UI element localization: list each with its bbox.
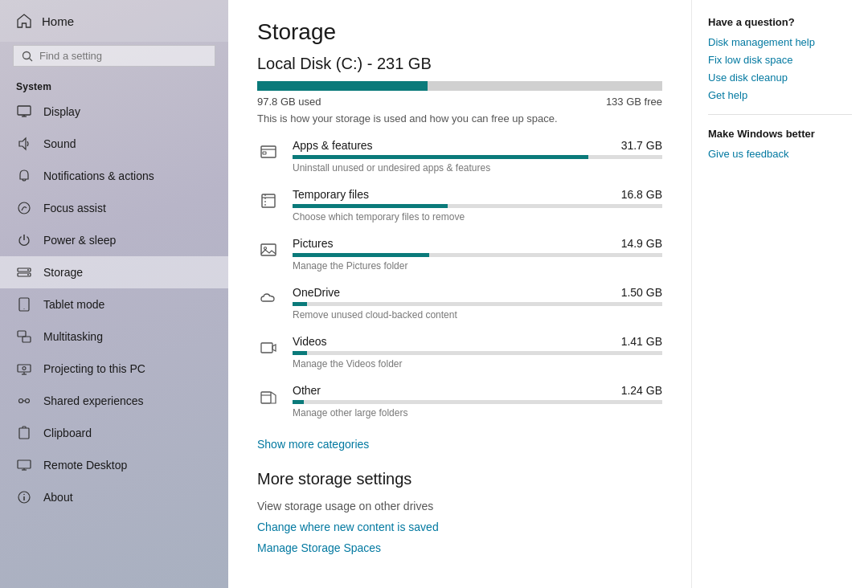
sidebar-item-label-remote: Remote Desktop <box>43 459 127 472</box>
right-divider <box>708 114 852 115</box>
storage-icon <box>16 264 32 280</box>
storage-item-header: Other 1.24 GB <box>293 384 662 397</box>
storage-item-temporary-files[interactable]: Temporary files 16.8 GB Choose which tem… <box>257 188 662 223</box>
show-more-link[interactable]: Show more categories <box>257 438 369 451</box>
svg-point-35 <box>264 247 267 250</box>
storage-item-header: Videos 1.41 GB <box>293 335 662 348</box>
disk-title: Local Disk (C:) - 231 GB <box>257 55 662 73</box>
svg-rect-34 <box>261 244 276 255</box>
svg-rect-22 <box>18 460 31 468</box>
storage-item-other[interactable]: Other 1.24 GB Manage other large folders <box>257 384 662 419</box>
used-label: 97.8 GB used <box>257 96 321 108</box>
storage-item-desc: Uninstall unused or undesired apps & fea… <box>293 162 662 174</box>
sidebar-item-label-clipboard: Clipboard <box>43 427 92 439</box>
storage-item-bar-fill <box>293 302 307 306</box>
sidebar-item-about[interactable]: About <box>0 481 228 513</box>
svg-rect-31 <box>262 194 275 207</box>
storage-item-content: Apps & features 31.7 GB Uninstall unused… <box>293 139 662 174</box>
storage-item-videos[interactable]: Videos 1.41 GB Manage the Videos folder <box>257 335 662 370</box>
sidebar-item-remote[interactable]: Remote Desktop <box>0 449 228 481</box>
storage-item-pictures[interactable]: Pictures 14.9 GB Manage the Pictures fol… <box>257 237 662 272</box>
sidebar-item-clipboard[interactable]: Clipboard <box>0 417 228 449</box>
right-link-3[interactable]: Get help <box>708 89 852 101</box>
svg-point-9 <box>27 269 29 271</box>
right-link-0[interactable]: Disk management help <box>708 36 852 48</box>
other-storage-icon <box>257 386 280 408</box>
shared-icon <box>16 393 32 409</box>
storage-item-bar-bg <box>293 351 662 355</box>
storage-item-header: Apps & features 31.7 GB <box>293 139 662 152</box>
storage-item-name: Pictures <box>293 237 334 250</box>
sidebar-item-multitasking[interactable]: Multitasking <box>0 321 228 353</box>
home-icon <box>16 13 32 29</box>
storage-item-name: Other <box>293 384 321 397</box>
about-icon <box>16 489 32 505</box>
storage-item-apps-&-features[interactable]: Apps & features 31.7 GB Uninstall unused… <box>257 139 662 174</box>
search-icon <box>22 51 33 62</box>
sidebar-item-label-notifications: Notifications & actions <box>43 169 154 182</box>
sound-icon <box>16 136 32 152</box>
sidebar-item-shared[interactable]: Shared experiences <box>0 385 228 417</box>
sidebar-home[interactable]: Home <box>0 0 228 42</box>
sidebar-item-label-projecting: Projecting to this PC <box>43 362 145 375</box>
sidebar-items-container: Display Sound Notifications & actions Fo… <box>0 96 228 513</box>
storage-bar-container <box>257 81 662 91</box>
storage-item-bar-bg <box>293 400 662 404</box>
storage-item-name: OneDrive <box>293 286 340 299</box>
svg-marker-5 <box>19 138 26 149</box>
storage-item-bar-fill <box>293 253 429 257</box>
sidebar-item-label-multitasking: Multitasking <box>43 330 103 343</box>
feedback-link[interactable]: Give us feedback <box>708 148 852 160</box>
storage-item-name: Temporary files <box>293 188 369 201</box>
search-box[interactable] <box>13 45 215 67</box>
sidebar-item-label-power: Power & sleep <box>43 234 116 247</box>
sidebar-item-projecting[interactable]: Projecting to this PC <box>0 353 228 385</box>
free-label: 133 GB free <box>606 96 662 108</box>
sidebar-item-display[interactable]: Display <box>0 96 228 128</box>
storage-item-content: Videos 1.41 GB Manage the Videos folder <box>293 335 662 370</box>
manage-spaces-link[interactable]: Manage Storage Spaces <box>257 541 662 554</box>
have-question-title: Have a question? <box>708 16 852 28</box>
svg-rect-36 <box>261 343 272 353</box>
svg-rect-21 <box>19 428 29 439</box>
sidebar-item-label-about: About <box>43 491 73 504</box>
storage-item-header: Pictures 14.9 GB <box>293 237 662 250</box>
sidebar-item-power[interactable]: Power & sleep <box>0 224 228 256</box>
sidebar-item-notifications[interactable]: Notifications & actions <box>0 160 228 192</box>
storage-item-size: 1.50 GB <box>621 286 662 299</box>
sidebar-item-tablet[interactable]: Tablet mode <box>0 288 228 321</box>
sidebar-item-storage[interactable]: Storage <box>0 256 228 288</box>
storage-bar-labels: 97.8 GB used 133 GB free <box>257 96 662 108</box>
right-link-2[interactable]: Use disk cleanup <box>708 71 852 84</box>
sidebar-item-label-shared: Shared experiences <box>43 394 144 407</box>
temp-storage-icon <box>257 190 280 212</box>
sidebar-item-sound[interactable]: Sound <box>0 128 228 160</box>
storage-item-content: OneDrive 1.50 GB Remove unused cloud-bac… <box>293 286 662 321</box>
svg-rect-13 <box>18 331 26 337</box>
storage-items-list: Apps & features 31.7 GB Uninstall unused… <box>257 139 662 419</box>
onedrive-storage-icon <box>257 288 280 310</box>
view-storage-link[interactable]: View storage usage on other drives <box>257 500 662 512</box>
more-storage-title: More storage settings <box>257 470 662 488</box>
search-input[interactable] <box>39 50 207 62</box>
svg-rect-30 <box>263 152 266 154</box>
display-icon <box>16 104 32 120</box>
svg-rect-14 <box>23 337 31 342</box>
storage-item-size: 31.7 GB <box>621 139 662 152</box>
storage-item-onedrive[interactable]: OneDrive 1.50 GB Remove unused cloud-bac… <box>257 286 662 321</box>
page-title: Storage <box>257 19 662 45</box>
storage-item-bar-bg <box>293 253 662 257</box>
main-content: Storage Local Disk (C:) - 231 GB 97.8 GB… <box>228 0 691 588</box>
sidebar-item-label-sound: Sound <box>43 137 76 150</box>
tablet-icon <box>16 296 32 312</box>
sidebar-item-focus[interactable]: Focus assist <box>0 192 228 224</box>
storage-item-header: Temporary files 16.8 GB <box>293 188 662 201</box>
videos-storage-icon <box>257 337 280 359</box>
change-content-link[interactable]: Change where new content is saved <box>257 521 662 533</box>
sidebar: Home System Display Sound Notifications … <box>0 0 228 588</box>
storage-item-name: Videos <box>293 335 327 348</box>
storage-item-bar-bg <box>293 302 662 306</box>
svg-point-10 <box>27 274 29 276</box>
svg-rect-11 <box>19 298 29 311</box>
right-link-1[interactable]: Fix low disk space <box>708 54 852 66</box>
